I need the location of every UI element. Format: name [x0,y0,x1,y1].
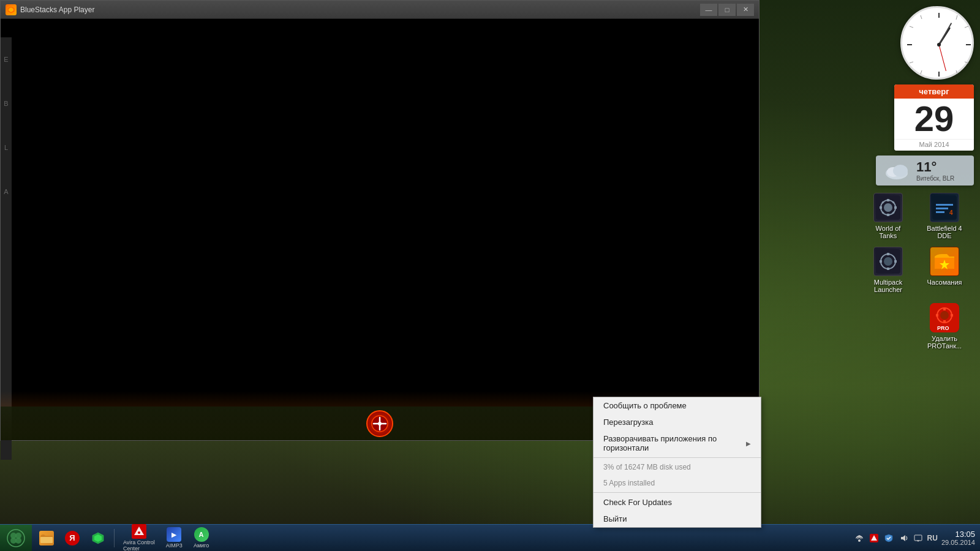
explorer-icon [39,531,54,545]
aimp-label: AIMP3 [166,542,183,549]
protanks-app-icon: PRO [930,303,959,332]
wot-label: World ofTanks [876,225,901,239]
bluestacks-icon [6,4,17,15]
svg-point-70 [858,539,861,542]
wot-app-icon [873,193,903,222]
svg-point-5 [378,422,382,425]
calendar-date: 29 [894,99,974,139]
amigo-icon: A [194,527,209,542]
svg-rect-12 [40,537,53,543]
multipack-app-icon [873,247,903,276]
ctx-report-problem[interactable]: Сообщить о проблеме [594,397,761,414]
tray-shield-icon[interactable] [883,533,894,544]
bf4-label: Battlefield 4DDE [927,225,962,239]
svg-rect-66 [943,320,946,323]
wot-icon-item[interactable]: World ofTanks [864,190,913,242]
svg-point-16 [138,531,140,534]
bs-taskbar-icon [91,531,105,545]
context-menu: Сообщить о проблеме Перезагрузка Развора… [593,397,761,528]
clock-face [900,6,974,80]
weather-info: 11° Витебск, BLR [916,159,954,182]
svg-line-21 [956,15,957,20]
taskbar-apps: Я [32,523,216,551]
ctx-sep-1 [594,457,761,458]
svg-rect-50 [936,211,944,213]
ctx-check-updates[interactable]: Check For Updates [594,494,761,511]
taskbar-yandex[interactable]: Я [60,530,85,547]
chasomanya-label: Часомания [927,279,962,286]
svg-line-31 [939,45,946,71]
tray-language[interactable]: RU [927,534,938,542]
maximize-button[interactable]: □ [718,4,736,16]
svg-rect-65 [943,308,946,310]
ctx-disk-used: 3% of 16247 MB disk used [594,459,761,475]
yandex-icon: Я [65,531,80,545]
tray-time: 13:05 [941,530,975,539]
protanks-label: УдалитьPROТанк... [927,335,962,350]
ctx-reload[interactable]: Перезагрузка [594,414,761,430]
bluestacks-window: BlueStacks App Player — □ ✕ E B L A [0,0,760,441]
taskbar-explorer[interactable] [34,530,59,547]
sidebar-char-l: L [4,144,8,151]
ctx-rotate[interactable]: Разворачивать приложения по горизонтали … [594,430,761,456]
close-button[interactable]: ✕ [737,4,754,16]
svg-rect-42 [894,206,897,209]
svg-line-30 [939,23,951,45]
ctx-sep-2 [594,492,761,493]
window-content: E B L A [1,19,759,440]
amigo-label: Амиго [194,542,209,549]
svg-point-6 [7,530,24,547]
bluestacks-center-logo [366,410,393,437]
bf4-app-icon: 4 [930,193,959,222]
taskbar: Я [0,524,760,551]
bf4-icon-item[interactable]: 4 Battlefield 4DDE [920,190,969,242]
ctx-arrow-icon: ▶ [746,440,751,447]
svg-point-32 [937,43,941,47]
chasomanya-icon-item[interactable]: Часомания [920,244,969,296]
svg-line-24 [956,70,957,74]
taskbar-bluestacks[interactable] [86,530,110,547]
svg-rect-40 [887,214,889,216]
avira-label: Avira ControlCenter [123,539,155,551]
svg-rect-58 [894,260,897,263]
svg-rect-55 [887,253,889,255]
sidebar-char-b: B [4,100,8,107]
tray-date: 29.05.2014 [941,539,975,546]
calendar-widget: четверг 29 Май 2014 [894,84,974,151]
tray-network-icon[interactable] [854,533,865,544]
svg-line-28 [921,15,922,19]
svg-text:PRO: PRO [937,325,949,331]
protanks-icon-item[interactable]: PRO УдалитьPROТанк... [920,301,969,352]
svg-rect-73 [914,535,922,541]
svg-rect-49 [936,208,948,209]
tray-sound-icon[interactable] [898,533,909,544]
taskbar-separator [114,529,115,547]
tray-display-icon[interactable] [913,533,924,544]
ctx-apps-installed: 5 Apps installed [594,475,761,491]
svg-rect-41 [880,206,882,209]
svg-line-26 [910,62,913,63]
tray-avira-icon[interactable] [869,533,880,544]
aimp-icon: ▶ [167,527,181,542]
sidebar-char-a: A [4,188,8,195]
minimize-button[interactable]: — [700,4,717,16]
window-title: BlueStacks App Player [20,6,700,14]
ctx-exit[interactable]: Выйти [594,511,761,527]
svg-line-25 [921,70,922,74]
svg-rect-56 [887,268,889,270]
start-button[interactable] [0,525,32,552]
svg-line-23 [965,62,968,63]
svg-point-64 [940,311,949,320]
weather-widget: 11° Витебск, BLR [876,156,974,186]
svg-rect-67 [936,314,938,317]
taskbar-aimp[interactable]: ▶ AIMP3 [161,526,187,550]
taskbar-avira[interactable]: Avira ControlCenter [118,523,160,551]
multipack-icon-item[interactable]: MultipackLauncher [864,244,913,296]
taskbar-amigo[interactable]: A Амиго [189,526,214,550]
svg-rect-39 [887,199,889,201]
right-panel: четверг 29 Май 2014 11° Витебск, BLR [760,0,980,527]
tray-clock: 13:05 29.05.2014 [941,530,975,547]
svg-point-10 [15,538,21,544]
analog-clock-widget [900,6,974,80]
window-controls: — □ ✕ [700,4,754,16]
